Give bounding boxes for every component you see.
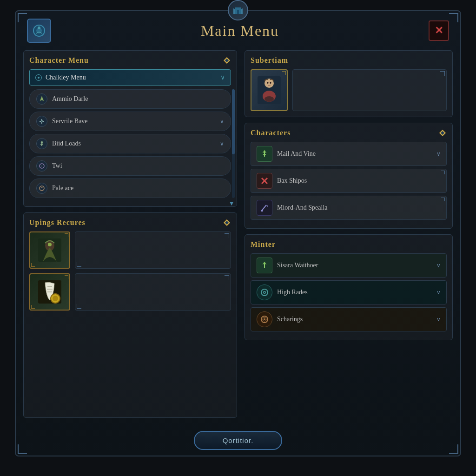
character-name: Miord-And Spealla — [277, 204, 327, 212]
header-left-icon — [27, 19, 51, 43]
quit-button[interactable]: Qortitior. — [194, 431, 283, 450]
svg-marker-46 — [266, 205, 268, 207]
main-wrapper: Main Menu ✕ Character Menu — [0, 0, 476, 476]
corner-tr — [282, 71, 286, 75]
char-icon — [257, 200, 272, 216]
character-menu-diamond-icon — [223, 56, 231, 65]
svg-rect-0 — [233, 9, 235, 14]
minter-item[interactable]: Sisara Waithoer ∨ — [251, 253, 447, 278]
list-item — [29, 231, 231, 269]
corner-tr — [440, 71, 445, 76]
uping-desc-2 — [75, 273, 231, 311]
svg-rect-17 — [41, 141, 43, 144]
expand-arrow-icon: ∨ — [436, 289, 441, 296]
corner-tr — [225, 275, 229, 280]
svg-point-33 — [53, 296, 58, 301]
character-menu-title: Character Menu — [29, 56, 231, 65]
dropdown-arrow-icon: ∨ — [220, 73, 225, 81]
list-item[interactable]: ? Twi — [29, 156, 231, 176]
item-icon — [36, 183, 47, 194]
panel-body: Character Menu Chalkley Menu ∨ — [16, 46, 460, 425]
characters-section: Characters — [245, 123, 453, 229]
upings-recures-title: Upings Recures — [29, 218, 231, 227]
minter-icon — [257, 284, 272, 300]
minter-item[interactable]: High Rades ∨ — [251, 280, 447, 304]
list-item — [29, 273, 231, 311]
minter-name: Sisara Waithoer — [277, 262, 318, 269]
corner-bl-decoration — [18, 444, 27, 454]
uping-desc-1 — [75, 231, 231, 269]
footer-area: Qortitior. — [16, 425, 460, 456]
minter-name: High Rades — [277, 289, 308, 296]
characters-diamond-icon — [438, 129, 447, 137]
item-icon — [36, 116, 47, 127]
expand-arrow-icon: ∨ — [220, 118, 224, 125]
corner-tr — [225, 233, 229, 238]
main-panel: Main Menu ✕ Character Menu — [15, 10, 461, 456]
corner-br-decoration — [449, 444, 458, 454]
corner-tr — [65, 233, 68, 237]
character-menu-section: Character Menu Chalkley Menu ∨ — [23, 50, 237, 207]
uping-image-2 — [29, 273, 70, 311]
upings-diamond-icon — [223, 218, 231, 227]
upings-recures-section: Upings Recures — [23, 212, 237, 418]
item-label: Twi — [52, 162, 62, 170]
svg-rect-7 — [242, 8, 243, 9]
minter-icon — [257, 258, 272, 273]
corner-icon — [441, 171, 445, 174]
scroll-down-arrow-icon[interactable]: ▼ — [228, 200, 235, 207]
list-item[interactable]: Ammio Darle — [29, 89, 231, 109]
svg-point-16 — [41, 120, 43, 122]
subertiam-desc — [292, 69, 447, 111]
corner-tr — [65, 275, 68, 279]
expand-arrow-icon: ∨ — [436, 262, 441, 269]
characters-title: Characters — [251, 129, 447, 137]
corner-icon — [441, 198, 445, 201]
svg-point-39 — [270, 82, 271, 84]
character-item[interactable]: Miord-And Spealla — [251, 196, 447, 220]
character-item[interactable]: Mail And Vine ∨ — [251, 142, 447, 166]
list-item[interactable]: Pale ace — [29, 178, 231, 198]
svg-rect-5 — [235, 8, 236, 9]
chalkley-menu-dropdown[interactable]: Chalkley Menu ∨ — [29, 69, 231, 86]
char-icon — [257, 146, 272, 162]
panel-title: Main Menu — [51, 22, 429, 40]
item-label: Ammio Darle — [52, 95, 88, 103]
expand-arrow-icon: ∨ — [220, 140, 224, 147]
svg-marker-13 — [40, 96, 44, 101]
svg-rect-3 — [237, 10, 239, 14]
character-menu-list: Ammio Darle Servrile Bave — [29, 89, 231, 198]
expand-arrow-icon: ∨ — [436, 151, 441, 158]
list-item[interactable]: Servrile Bave ∨ — [29, 112, 231, 131]
svg-point-27 — [48, 243, 52, 246]
upings-list — [29, 231, 231, 311]
corner-bl — [77, 262, 81, 267]
character-name: Bax Shipos — [277, 177, 307, 185]
corner-bl — [31, 263, 35, 267]
item-icon — [36, 93, 47, 105]
svg-point-10 — [38, 26, 40, 29]
scrollbar[interactable] — [232, 89, 235, 198]
expand-arrow-icon: ∨ — [436, 316, 441, 323]
top-castle-icon — [228, 0, 248, 20]
svg-rect-4 — [233, 8, 234, 9]
item-label: Biid Loads — [52, 140, 81, 147]
svg-line-45 — [262, 205, 266, 211]
svg-rect-1 — [241, 9, 243, 14]
minter-section: Minter Sisara Waithoer ∨ — [245, 234, 453, 340]
item-label: Pale ace — [52, 185, 73, 192]
left-column: Character Menu Chalkley Menu ∨ — [23, 50, 237, 418]
item-label: Servrile Bave — [52, 118, 88, 125]
character-item[interactable]: Bax Shipos — [251, 169, 447, 193]
right-column: Subertiam — [245, 50, 453, 418]
subertiam-section: Subertiam — [245, 50, 453, 117]
char-icon — [257, 173, 272, 189]
scroll-thumb — [232, 89, 235, 154]
close-button[interactable]: ✕ — [429, 20, 449, 41]
svg-text:?: ? — [41, 165, 42, 168]
minter-item[interactable]: Scharings ∨ — [251, 307, 447, 331]
list-item[interactable]: Biid Loads ∨ — [29, 134, 231, 153]
corner-bl — [31, 305, 35, 309]
svg-rect-6 — [240, 8, 241, 9]
subertiam-content — [251, 69, 447, 111]
